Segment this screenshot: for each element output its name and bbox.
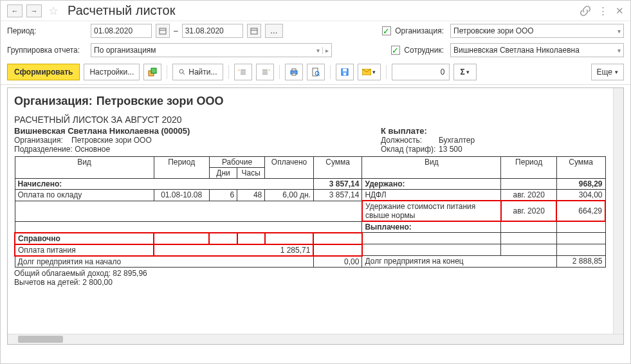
org-line-value: Петровские зори ООО <box>71 136 152 145</box>
col-hours: Часы <box>237 168 265 179</box>
col-period-r: Период <box>501 157 556 179</box>
footer-taxable: Общий облагаемый доход: 82 895,96 <box>14 269 617 278</box>
toolbar: Сформировать Настройки... Найти... ▾ 0 Σ… <box>1 60 630 85</box>
svg-line-13 <box>318 75 320 76</box>
date-to-input[interactable]: 31.08.2020 <box>182 24 243 38</box>
settings-button[interactable]: Настройки... <box>84 64 140 80</box>
svg-line-7 <box>183 73 185 75</box>
save-variant-icon[interactable] <box>143 64 161 80</box>
org-header-label: Организация: <box>14 95 93 108</box>
scrollbar-horizontal[interactable] <box>8 334 623 344</box>
link-icon[interactable] <box>580 6 590 16</box>
col-work: Рабочие <box>209 157 264 168</box>
emp-filter-label: Сотрудник: <box>404 46 444 55</box>
date-from-calendar[interactable] <box>156 24 170 38</box>
col-days: Дни <box>209 168 237 179</box>
position-value: Бухгалтер <box>439 136 475 145</box>
expand-icon[interactable] <box>234 64 252 80</box>
kebab-menu-icon[interactable]: ⋮ <box>598 5 608 17</box>
slip-title: РАСЧЕТНЫЙ ЛИСТОК ЗА АВГУСТ 2020 <box>14 114 617 125</box>
titlebar: ← → ☆ Расчетный листок ⋮ ✕ <box>1 1 630 21</box>
to-pay-label: К выплате: <box>381 126 475 136</box>
org-dropdown[interactable]: Петровские зори ООО ▾ <box>450 24 624 38</box>
favorite-star-icon[interactable]: ☆ <box>48 4 59 18</box>
svg-rect-10 <box>292 73 296 75</box>
form-button[interactable]: Сформировать <box>7 64 80 80</box>
svg-rect-9 <box>292 69 296 71</box>
col-kind: Вид <box>15 157 154 179</box>
chevron-down-icon: ▾ <box>316 47 320 54</box>
number-input[interactable]: 0 <box>392 64 450 80</box>
report-area: Организация: Петровские зори ООО РАСЧЕТН… <box>7 87 624 345</box>
table-row: Оплата по окладу 01.08-10.08 6 48 6,00 д… <box>15 190 605 201</box>
period-label: Период: <box>7 26 84 35</box>
sigma-button[interactable]: Σ▾ <box>453 64 477 80</box>
grouping-label: Группировка отчета: <box>7 46 84 55</box>
col-sum-r: Сумма <box>556 157 605 179</box>
table-row: Долг предприятия на начало 0,00 Долг пре… <box>15 256 605 268</box>
grouping-row: Группировка отчета: По организациям ▾ ▸ … <box>1 41 630 60</box>
col-kind-r: Вид <box>362 157 501 179</box>
svg-rect-16 <box>343 73 346 75</box>
grouping-dropdown[interactable]: По организациям ▾ ▸ <box>91 43 332 57</box>
date-to-calendar[interactable] <box>247 24 261 38</box>
close-icon[interactable]: ✕ <box>616 5 624 17</box>
find-button[interactable]: Найти... <box>172 64 223 80</box>
chevron-down-icon: ▾ <box>617 28 621 35</box>
date-from-input[interactable]: 01.08.2020 <box>91 24 152 38</box>
emp-checkbox[interactable]: ✓ <box>391 46 400 55</box>
position-label: Должность: <box>381 136 439 145</box>
svg-rect-0 <box>160 28 166 34</box>
svg-rect-15 <box>343 69 347 71</box>
col-period: Период <box>154 157 209 179</box>
open-button[interactable]: ▸ <box>322 47 329 54</box>
col-paid: Оплачено <box>265 157 314 179</box>
forward-button[interactable]: → <box>26 5 42 17</box>
svg-rect-2 <box>251 28 257 34</box>
org-line-label: Организация: <box>14 136 63 145</box>
table-row: Начислено: 3 857,14 Удержано: 968,29 <box>15 179 605 190</box>
dept-value: Основное <box>75 145 110 154</box>
org-checkbox[interactable]: ✓ <box>382 26 391 35</box>
svg-rect-11 <box>313 68 318 76</box>
table-row: Оплата питания 1 285,71 <box>15 244 605 256</box>
dept-label: Подразделение: <box>14 145 73 154</box>
emp-dropdown[interactable]: Вишневская Светлана Николаевна ▾ <box>450 43 624 57</box>
rate-label: Оклад (тариф): <box>381 145 439 154</box>
svg-rect-5 <box>151 68 156 73</box>
period-picker-button[interactable]: … <box>265 24 283 38</box>
preview-icon[interactable] <box>307 64 325 80</box>
collapse-icon[interactable] <box>256 64 274 80</box>
period-dash: – <box>174 26 178 35</box>
rate-value: 13 500 <box>439 145 462 154</box>
payslip-table: Вид Период Рабочие Оплачено Сумма Вид Пе… <box>14 156 606 268</box>
col-sum: Сумма <box>313 157 362 179</box>
table-row: Выплачено: <box>15 221 605 233</box>
page-title: Расчетный листок <box>68 3 576 18</box>
email-icon[interactable]: ▾ <box>358 64 381 80</box>
org-filter-label: Организация: <box>395 26 444 35</box>
org-header-value: Петровские зори ООО <box>96 95 224 108</box>
save-icon[interactable] <box>336 64 354 80</box>
back-button[interactable]: ← <box>7 5 23 17</box>
table-row: Справочно <box>15 233 605 244</box>
employee-name: Вишневская Светлана Николаевна (00005) <box>14 126 381 136</box>
more-button[interactable]: Еще▾ <box>591 64 624 80</box>
period-row: Период: 01.08.2020 – 31.08.2020 … ✓ Орга… <box>1 21 630 41</box>
print-icon[interactable] <box>285 64 303 80</box>
footer-deductions: Вычетов на детей: 2 800,00 <box>14 278 617 287</box>
chevron-down-icon: ▾ <box>617 47 621 54</box>
scrollbar-vertical[interactable] <box>613 88 623 334</box>
